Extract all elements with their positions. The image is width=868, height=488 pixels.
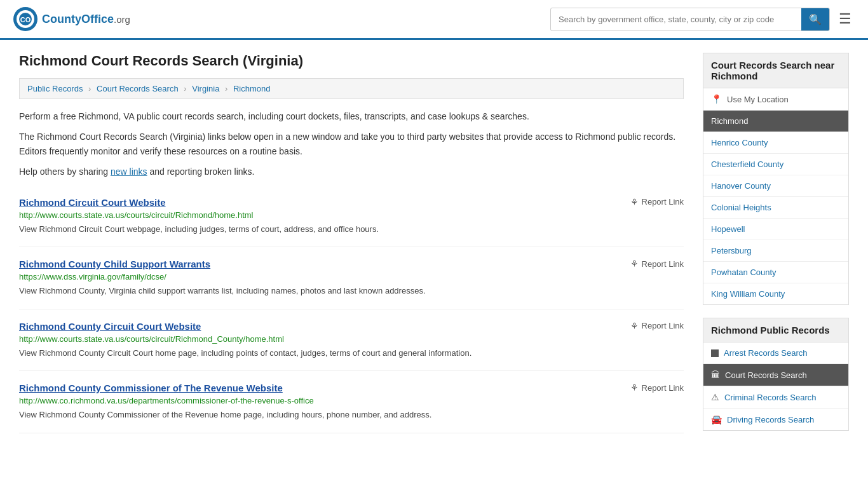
result-header-2: Richmond County Child Support Warrants ⚘… [19, 259, 684, 269]
result-card-1: Richmond Circuit Court Website ⚘ Report … [19, 186, 684, 248]
square-icon [711, 349, 719, 357]
new-links[interactable]: new links [111, 166, 147, 177]
result-desc-1: View Richmond Circuit Court webpage, inc… [19, 223, 684, 236]
page-title: Richmond Court Records Search (Virginia) [19, 53, 684, 69]
report-icon-4: ⚘ [630, 383, 639, 393]
result-header-4: Richmond County Commissioner of The Reve… [19, 383, 684, 393]
report-link-2[interactable]: ⚘ Report Link [630, 259, 684, 269]
sidebar-item-hopewell[interactable]: Hopewell [703, 219, 848, 240]
sidebar-item-chesterfield[interactable]: Chesterfield County [703, 154, 848, 175]
header: CO CountyOffice.org 🔍 ☰ [0, 0, 868, 40]
svg-text:CO: CO [20, 16, 31, 24]
description-2: The Richmond Court Records Search (Virgi… [19, 130, 684, 158]
result-title-2[interactable]: Richmond County Child Support Warrants [19, 259, 210, 269]
sidebar-court-records[interactable]: 🏛 Court Records Search [703, 364, 848, 386]
breadcrumb-virginia[interactable]: Virginia [192, 84, 219, 93]
result-card-2: Richmond County Child Support Warrants ⚘… [19, 247, 684, 309]
logo-icon: CO [13, 6, 38, 32]
description-3: Help others by sharing new links and rep… [19, 165, 684, 179]
menu-icon[interactable]: ☰ [835, 7, 855, 31]
sidebar-item-hanover[interactable]: Hanover County [703, 175, 848, 197]
result-url-1[interactable]: http://www.courts.state.va.us/courts/cir… [19, 210, 684, 220]
report-link-1[interactable]: ⚘ Report Link [630, 197, 684, 207]
report-icon-2: ⚘ [630, 259, 639, 269]
sidebar-driving-records[interactable]: 🚘 Driving Records Search [703, 409, 848, 430]
sidebar-public-records-list: Arrest Records Search 🏛 Court Records Se… [703, 342, 849, 431]
building-icon: 🏛 [711, 370, 720, 380]
search-input[interactable] [551, 10, 801, 29]
description-1: Perform a free Richmond, VA public court… [19, 109, 684, 123]
result-desc-2: View Richmond County, Virginia child sup… [19, 285, 684, 297]
result-card-4: Richmond County Commissioner of The Reve… [19, 371, 684, 433]
result-title-1[interactable]: Richmond Circuit Court Website [19, 197, 166, 208]
result-desc-3: View Richmond County Circuit Court home … [19, 347, 684, 360]
sidebar-item-petersburg[interactable]: Petersburg [703, 240, 848, 262]
sidebar-criminal-records[interactable]: ⚠ Criminal Records Search [703, 386, 848, 409]
result-title-3[interactable]: Richmond County Circuit Court Website [19, 321, 201, 332]
result-header-1: Richmond Circuit Court Website ⚘ Report … [19, 197, 684, 208]
breadcrumb-court-records[interactable]: Court Records Search [97, 84, 179, 93]
search-button[interactable]: 🔍 [801, 8, 829, 30]
result-card-3: Richmond County Circuit Court Website ⚘ … [19, 309, 684, 372]
sidebar-arrest-records[interactable]: Arrest Records Search [703, 342, 848, 364]
breadcrumb: Public Records › Court Records Search › … [19, 78, 684, 99]
sidebar-item-henrico[interactable]: Henrico County [703, 132, 848, 154]
sidebar-item-king-william[interactable]: King William County [703, 283, 848, 304]
breadcrumb-richmond[interactable]: Richmond [233, 84, 271, 93]
report-icon-3: ⚘ [630, 321, 639, 331]
result-header-3: Richmond County Circuit Court Website ⚘ … [19, 321, 684, 332]
result-url-3[interactable]: http://www.courts.state.va.us/courts/cir… [19, 334, 684, 344]
car-icon: 🚘 [711, 414, 722, 424]
result-title-4[interactable]: Richmond County Commissioner of The Reve… [19, 383, 283, 393]
result-url-4[interactable]: http://www.co.richmond.va.us/departments… [19, 396, 684, 405]
sidebar: Court Records Search near Richmond 📍 Use… [703, 53, 849, 444]
main-container: Richmond Court Records Search (Virginia)… [0, 40, 868, 456]
sidebar-nearby-section: Court Records Search near Richmond 📍 Use… [703, 53, 849, 305]
sidebar-item-richmond[interactable]: Richmond [703, 111, 848, 132]
sidebar-item-powhatan[interactable]: Powhatan County [703, 262, 848, 283]
sidebar-public-records-title: Richmond Public Records [703, 318, 849, 342]
sidebar-public-records-section: Richmond Public Records Arrest Records S… [703, 318, 849, 431]
result-url-2[interactable]: https://www.dss.virginia.gov/family/dcse… [19, 272, 684, 281]
breadcrumb-public-records[interactable]: Public Records [27, 84, 83, 93]
sidebar-item-colonial-heights[interactable]: Colonial Heights [703, 197, 848, 219]
sidebar-nearby-list: 📍 Use My Location Richmond Henrico Count… [703, 88, 849, 305]
warning-icon: ⚠ [711, 392, 719, 402]
sidebar-nearby-title: Court Records Search near Richmond [703, 53, 849, 88]
location-pin-icon: 📍 [711, 94, 722, 104]
header-right: 🔍 ☰ [550, 7, 855, 31]
result-desc-4: View Richmond County Commissioner of the… [19, 409, 684, 421]
sidebar-use-location[interactable]: 📍 Use My Location [703, 88, 848, 111]
report-link-3[interactable]: ⚘ Report Link [630, 321, 684, 331]
search-bar: 🔍 [550, 8, 830, 31]
report-link-4[interactable]: ⚘ Report Link [630, 383, 684, 393]
logo-text: CountyOffice.org [42, 13, 130, 26]
logo-area: CO CountyOffice.org [13, 6, 130, 32]
content-area: Richmond Court Records Search (Virginia)… [19, 53, 703, 444]
report-icon-1: ⚘ [630, 197, 639, 207]
